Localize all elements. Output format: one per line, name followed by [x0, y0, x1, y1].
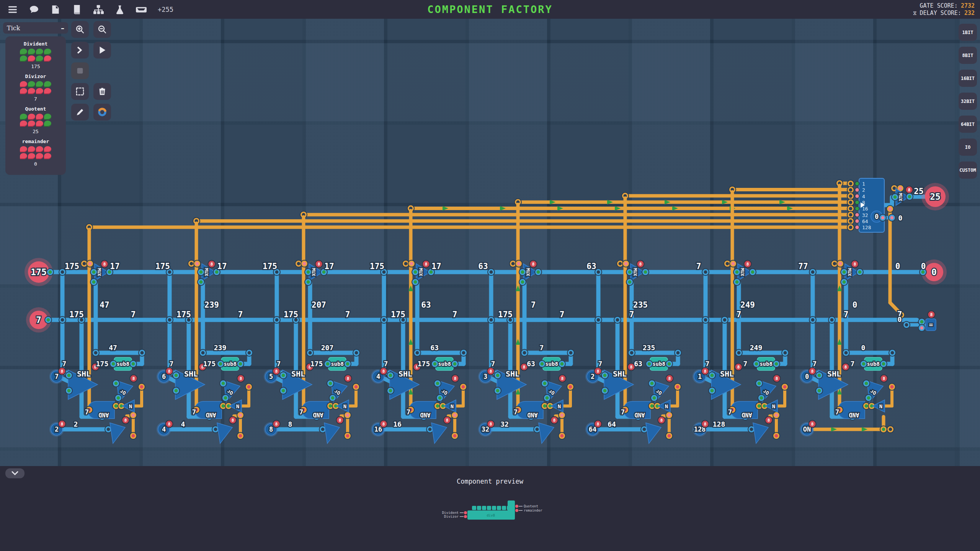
zoom-in-button[interactable] [71, 21, 89, 38]
not-component[interactable]: N [444, 400, 456, 412]
svg-text:63: 63 [478, 262, 488, 271]
or-component[interactable]: Or8 [648, 375, 673, 403]
byte-maker-component[interactable]: 1248163264128 [847, 178, 884, 232]
component-menu-custom[interactable]: CUSTOM [959, 161, 977, 179]
not-component[interactable]: N [872, 400, 885, 412]
or-component[interactable]: Or8 [863, 375, 888, 403]
shift-constant-node[interactable]: 18 [693, 368, 709, 384]
component-menu-1bit[interactable]: 1BIT [959, 24, 977, 41]
play-button[interactable] [93, 42, 111, 59]
circuit-canvas[interactable]: MUX8788sub8Or8ANDN288MUX8688sub8Or8ANDN4… [0, 19, 980, 466]
weight-constant-node[interactable]: 328 [478, 421, 495, 437]
watch-titlebar[interactable]: Tick – [3, 22, 68, 34]
flask-icon[interactable] [114, 4, 126, 15]
component-menu-8bit[interactable]: 8BIT [959, 47, 977, 64]
not-component[interactable]: N [551, 400, 563, 412]
step-forward-button[interactable] [71, 42, 89, 59]
svg-text:8: 8 [132, 376, 135, 381]
or-component-2[interactable]: 8 [217, 417, 237, 444]
book-icon[interactable] [71, 4, 83, 15]
svg-text:4: 4 [862, 194, 865, 199]
shift-constant-node[interactable]: 58 [264, 368, 280, 384]
weight-constant-node[interactable]: 648 [585, 421, 602, 437]
edit-pencil-button[interactable] [71, 104, 89, 121]
delay-score-value: 232 [964, 10, 975, 17]
weight-constant-node[interactable]: 28 [49, 421, 66, 437]
or-component-2[interactable]: 8 [753, 417, 773, 444]
sub8-component[interactable]: sub8 [860, 357, 887, 370]
collapse-minus-button[interactable]: – [61, 24, 64, 32]
not-component[interactable]: N [658, 400, 670, 412]
sub8-component[interactable]: sub8 [753, 357, 780, 370]
svg-text:17: 17 [110, 262, 119, 271]
menu-icon[interactable] [7, 4, 18, 15]
svg-text:6: 6 [162, 373, 166, 380]
or-component[interactable]: Or8 [113, 375, 137, 403]
svg-text:8: 8 [768, 418, 770, 423]
and-component[interactable]: AND [300, 401, 339, 419]
or-component-2[interactable]: 8 [110, 417, 129, 444]
shift-constant-node[interactable]: 48 [371, 368, 387, 384]
or-component[interactable]: Or8 [434, 375, 459, 403]
and-component[interactable]: AND [836, 401, 875, 419]
or-component[interactable]: Or8 [220, 375, 245, 403]
component-layer[interactable]: MUX8788sub8Or8ANDN288MUX8688sub8Or8ANDN4… [24, 178, 949, 443]
weight-constant-node[interactable]: 48 [157, 421, 173, 437]
and-component[interactable]: AND [407, 401, 446, 419]
or-component-2[interactable]: 8 [431, 417, 451, 444]
not-component[interactable]: N [336, 400, 349, 412]
and-component[interactable]: AND [86, 401, 125, 419]
shift-constant-node[interactable]: 68 [157, 368, 173, 384]
sub8-component[interactable]: sub8 [110, 357, 137, 370]
weight-constant-node[interactable]: ON8 [800, 421, 816, 437]
not-component[interactable]: N [765, 400, 777, 412]
component-menu-io[interactable]: IO [959, 139, 977, 156]
sub8-component[interactable]: sub8 [431, 357, 458, 370]
zoom-out-button[interactable] [93, 21, 111, 38]
loop-button[interactable] [93, 104, 111, 121]
select-area-button[interactable] [71, 83, 89, 100]
not-component[interactable]: N [122, 400, 134, 412]
sub8-component[interactable]: sub8 [324, 357, 351, 370]
sub8-component[interactable]: sub8 [539, 357, 565, 370]
file-icon[interactable] [50, 4, 61, 15]
svg-text:2: 2 [862, 187, 865, 193]
or-component[interactable]: Or8 [541, 375, 566, 403]
svg-text:8: 8 [523, 365, 526, 370]
or-component[interactable]: Or8 [327, 375, 352, 403]
hourglass-icon: ⧖ [913, 10, 917, 17]
or-component-2[interactable]: 8 [324, 417, 344, 444]
delete-button[interactable] [93, 83, 111, 100]
sub8-component[interactable]: sub8 [646, 357, 673, 370]
signal-label: remainder [22, 139, 49, 144]
component-menu-64bit[interactable]: 64BIT [959, 116, 977, 133]
shift-constant-node[interactable]: 28 [585, 368, 602, 384]
svg-text:8: 8 [61, 422, 64, 427]
hierarchy-icon[interactable] [93, 4, 104, 15]
shift-constant-node[interactable]: 08 [800, 368, 816, 384]
panel-collapse-button[interactable] [5, 468, 24, 478]
component-menu-32bit[interactable]: 32BIT [959, 93, 977, 110]
svg-text:175: 175 [65, 262, 79, 271]
weight-constant-node[interactable]: 1288 [693, 421, 709, 437]
led-off [28, 55, 35, 62]
and-component[interactable]: AND [729, 401, 768, 419]
component-menu-16bit[interactable]: 16BIT [959, 70, 977, 87]
shift-constant-node[interactable]: 78 [49, 368, 66, 384]
chat-icon[interactable] [28, 4, 40, 15]
or-component-2[interactable]: 8 [539, 417, 558, 444]
tray-icon[interactable] [136, 4, 147, 15]
svg-text:7: 7 [844, 310, 849, 319]
stop-button[interactable] [71, 62, 89, 79]
and-component[interactable]: AND [622, 401, 661, 419]
shift-constant-node[interactable]: 38 [478, 368, 495, 384]
or-component[interactable]: Or8 [756, 375, 781, 403]
or-component-2[interactable]: 8 [646, 417, 665, 444]
not-component[interactable]: N [229, 400, 242, 412]
and-component[interactable]: AND [514, 401, 554, 419]
sub8-component[interactable]: sub8 [217, 357, 244, 370]
and-component[interactable]: AND [193, 401, 232, 419]
weight-constant-node[interactable]: 88 [264, 421, 280, 437]
svg-text:207: 207 [312, 300, 326, 310]
weight-constant-node[interactable]: 168 [371, 421, 387, 437]
